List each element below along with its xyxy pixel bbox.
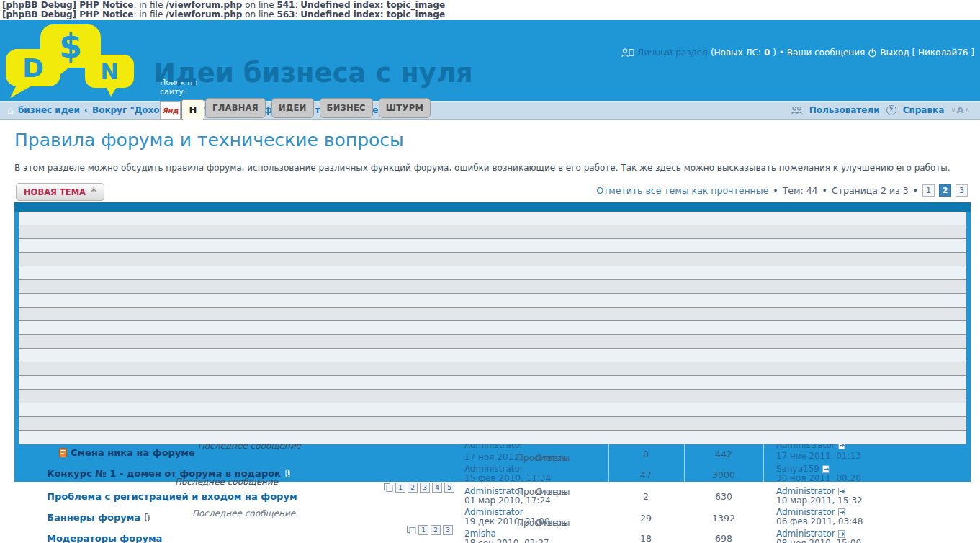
topic-title[interactable]: Смена ника на форуме (59, 447, 195, 458)
php-debug-line: [phpBB Debug] PHP Notice: in file /viewf… (2, 10, 980, 19)
empty-row (19, 417, 966, 431)
nav-tab-business[interactable]: БИЗНЕС (320, 98, 373, 118)
topic-replies-count: 0 (617, 449, 675, 459)
topic-title[interactable]: Модераторы форума (47, 533, 162, 543)
user-bar: Личный раздел (Новых ЛС: 0) • Ваши сообщ… (621, 48, 974, 58)
topic-page-link[interactable]: 4 (432, 483, 442, 493)
multipage-icon (407, 526, 416, 534)
topic-page-links: 123 (407, 525, 453, 535)
help-link[interactable]: Справка (903, 105, 945, 115)
topic-author[interactable]: 2misha (464, 529, 496, 539)
last-post-author[interactable]: Administrator (776, 507, 846, 517)
topic-start-date: 01 мар 2010, 17:24 (464, 495, 551, 506)
goto-last-post-icon (838, 488, 846, 495)
font-larger-icon[interactable]: ∧ (965, 106, 970, 114)
page-title[interactable]: Правила форума и технические вопросы (14, 130, 404, 151)
topic-page-link[interactable]: 3 (420, 483, 430, 493)
attachment-icon (144, 513, 150, 522)
overlapping-label: Ответы (536, 453, 570, 463)
empty-row (19, 321, 966, 335)
topic-author[interactable]: Administrator (464, 464, 523, 474)
svg-text:$: $ (59, 27, 82, 66)
empty-row (19, 294, 966, 308)
last-post-author[interactable]: Sanya159 (776, 464, 830, 474)
members-link[interactable]: Пользователи (809, 105, 880, 115)
power-logout-icon[interactable] (868, 48, 877, 58)
topic-replies-count: 29 (617, 513, 675, 524)
nav-tab-main[interactable]: ГЛАВНАЯ (205, 98, 266, 118)
topic-replies-count: 18 (617, 533, 675, 543)
empty-row (19, 266, 966, 280)
main-nav: ГЛАВНАЯ ИДЕИ БИЗНЕС ШТУРМ (205, 98, 431, 118)
topic-title[interactable]: Проблема с регистрацией и входом на фору… (47, 491, 297, 502)
page-link-3[interactable]: 3 (956, 184, 968, 197)
mark-topics-read-link[interactable]: Отметить все темы как прочтённые (596, 185, 768, 196)
font-smaller-icon[interactable]: ∨ (950, 106, 956, 114)
goto-last-post-icon (838, 508, 846, 516)
topic-page-link[interactable]: 1 (418, 525, 428, 535)
table-header-bar (14, 202, 971, 212)
nav-tab-storm[interactable]: ШТУРМ (379, 98, 431, 118)
table-border-left (14, 212, 19, 444)
empty-row (19, 212, 966, 225)
nav-tab-ideas[interactable]: ИДЕИ (271, 98, 314, 118)
empty-row (19, 376, 966, 390)
empty-row (19, 280, 966, 294)
breadcrumb-separator: ‹ (84, 105, 88, 115)
topic-page-link[interactable]: 1 (395, 483, 405, 493)
topic-page-link[interactable]: 2 (408, 483, 418, 493)
last-post-author[interactable]: Administrator (776, 529, 846, 539)
php-debug-bar: [phpBB Debug] PHP Notice: in file /viewf… (0, 0, 980, 20)
svg-text:N: N (100, 59, 118, 84)
topic-page-link[interactable]: 5 (444, 483, 454, 493)
ucp-link[interactable]: Личный раздел (637, 48, 708, 58)
your-messages-link[interactable]: Ваши сообщения (787, 48, 865, 58)
font-size-widget[interactable]: ∨A∧ (950, 104, 970, 115)
logout-link[interactable]: Выход [ Николай76 ] (880, 48, 974, 58)
topic-start-date: 15 фев 2010, 11:34 (464, 473, 551, 483)
topic-list-toolbar: Отметить все темы как прочтённые • Тем: … (596, 184, 968, 197)
topic-author[interactable]: Administrator (464, 507, 523, 517)
home-icon[interactable]: ⌂ (7, 104, 14, 116)
last-post-date: 30 ноя 2011, 00:20 (776, 473, 861, 483)
page-link-1[interactable]: 1 (922, 184, 935, 197)
last-post-date: 17 ноя 2011, 01:13 (776, 451, 861, 461)
empty-row (19, 225, 966, 239)
breadcrumb-forum-index[interactable]: бизнес идеи (18, 105, 80, 115)
topic-start-date: 18 сен 2010, 03:27 (464, 538, 549, 543)
overlapping-label: Последнее сообщение (175, 477, 278, 487)
topic-views-count: 630 (695, 491, 752, 502)
topic-page-links: 12345 (384, 483, 454, 493)
topic-replies-count: 2 (617, 491, 675, 502)
table-border-right (966, 212, 971, 444)
topic-replies-count: 47 (617, 470, 675, 480)
topic-author[interactable]: Administrator (464, 486, 523, 496)
site-header: $ D N Поиск по сайту: Идеи бизнеса с нул… (0, 20, 980, 101)
empty-topic-rows (19, 212, 966, 444)
new-topic-button[interactable]: НОВАЯ ТЕМА * (16, 183, 104, 201)
topic-views-count: 698 (695, 533, 752, 543)
yandex-search-logo: Янд (160, 101, 181, 120)
topic-title[interactable]: Баннеры форума (47, 512, 150, 523)
site-logo[interactable]: $ D N (4, 23, 143, 101)
forum-description: В этом разделе можно обсудить правила фо… (14, 163, 950, 173)
help-icon: ? (886, 105, 896, 115)
topic-icon (59, 448, 67, 457)
page-link-2-current[interactable]: 2 (939, 184, 951, 197)
topic-page-link[interactable]: 3 (443, 525, 453, 535)
yandex-search-button[interactable]: Н (181, 99, 204, 120)
topic-page-link[interactable]: 2 (431, 525, 441, 535)
members-icon (791, 106, 803, 115)
site-title[interactable]: Идеи бизнеса с нуля (153, 58, 473, 89)
empty-row (19, 362, 966, 376)
last-post-author[interactable]: Administrator (776, 486, 846, 496)
last-post-date: 08 ноя 2010, 15:00 (776, 538, 861, 543)
overlapping-label: Ответы (536, 518, 570, 528)
forum-page: [phpBB Debug] PHP Notice: in file /viewf… (0, 0, 980, 543)
empty-row (19, 390, 966, 403)
multipage-icon (384, 483, 393, 492)
topic-views-count: 1392 (695, 513, 752, 524)
new-pm-count: 0 (764, 48, 770, 58)
breadcrumb-links: Пользователи ? Справка ∨A∧ (791, 104, 970, 115)
attachment-icon (284, 469, 291, 478)
